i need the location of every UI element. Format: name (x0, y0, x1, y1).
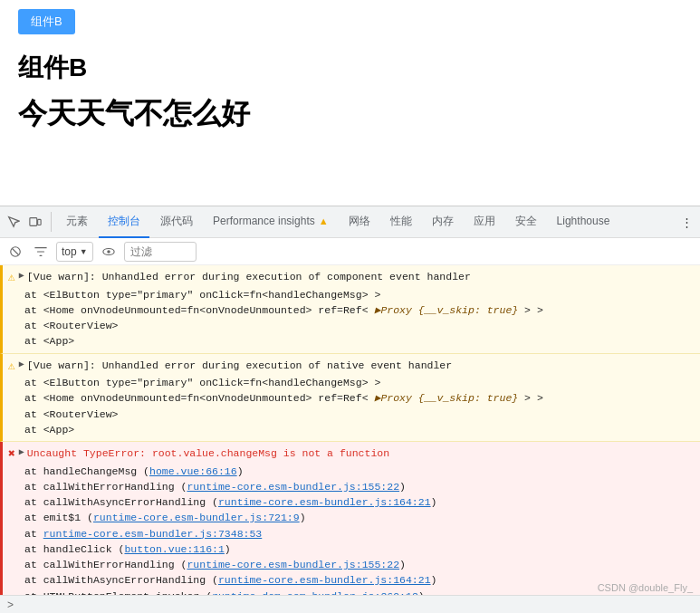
error-link-8[interactable]: runtime-core.esm-bundler.js:164:21 (218, 574, 431, 586)
warn-detail-2-3: at <RouterView> (8, 407, 695, 422)
error-detail-3: at callWithAsyncErrorHandling (runtime-c… (8, 494, 695, 510)
tab-perf-label: 性能 (390, 214, 412, 229)
tab-console[interactable]: 控制台 (99, 206, 149, 238)
tab-security[interactable]: 安全 (506, 206, 546, 238)
error-icon-1: ✖ (8, 445, 15, 464)
tab-perf[interactable]: 性能 (381, 206, 421, 238)
warning-message-1: ⚠ ▶ [Vue warn]: Unhandled error during e… (0, 265, 700, 354)
error-detail-1: at handleChangeMsg (home.vue:66:16) (8, 464, 695, 479)
warning-triangle-icon: ▲ (319, 216, 329, 226)
error-text-1: Uncaught TypeError: root.value.changeMsg… (27, 445, 389, 461)
warn-icon-2: ⚠ (8, 358, 15, 376)
dropdown-arrow-icon: ▼ (80, 247, 88, 256)
console-prompt: > (7, 599, 14, 611)
tab-lighthouse[interactable]: Lighthouse (548, 206, 619, 238)
warning-message-2: ⚠ ▶ [Vue warn]: Unhandled error during e… (0, 354, 700, 443)
tab-console-label: 控制台 (108, 214, 140, 229)
tab-application[interactable]: 应用 (465, 206, 504, 238)
warn-detail-2-4: at <App> (8, 422, 695, 437)
devtools-tabs-bar: 元素 控制台 源代码 Performance insights ▲ 网络 性能 … (0, 206, 700, 238)
csdn-watermark: CSDN @double_Fly_ (598, 582, 693, 593)
warn-detail-1-4: at <App> (8, 333, 695, 349)
error-link-7[interactable]: runtime-core.esm-bundler.js:155:22 (187, 559, 399, 570)
console-footer: > (0, 595, 700, 613)
tab-performance-insights[interactable]: Performance insights ▲ (204, 206, 338, 238)
page-title: 组件B (18, 51, 682, 85)
tab-lighthouse-label: Lighthouse (557, 215, 610, 227)
svg-rect-0 (30, 218, 37, 226)
filter-input[interactable] (124, 242, 197, 262)
warn-detail-2-1: at <ElButton type="primary" onClick=fn<h… (8, 375, 695, 390)
clear-console-icon[interactable] (5, 242, 25, 262)
warn-text-1: [Vue warn]: Unhandled error during execu… (27, 269, 471, 284)
tab-security-label: 安全 (515, 214, 537, 229)
log-level-select[interactable]: top ▼ (56, 242, 93, 262)
warn-detail-1-2: at <Home onVnodeUnmounted=fn<onVnodeUnmo… (8, 302, 695, 318)
inspect-icon[interactable] (4, 212, 24, 232)
warn-detail-2-2: at <Home onVnodeUnmounted=fn<onVnodeUnmo… (8, 390, 695, 406)
console-toolbar: top ▼ (0, 238, 700, 265)
devtools-left-icons (4, 212, 52, 232)
error-detail-7: at callWithErrorHandling (runtime-core.e… (8, 557, 695, 572)
tab-memory-label: 内存 (432, 214, 454, 229)
error-detail-6: at handleClick (button.vue:116:1) (8, 541, 695, 557)
warn-detail-1-3: at <RouterView> (8, 318, 695, 333)
svg-point-5 (107, 250, 110, 254)
expand-tri-err: ▶ (19, 445, 24, 459)
error-link-1[interactable]: home.vue:66:16 (149, 465, 237, 477)
tab-network[interactable]: 网络 (340, 206, 379, 238)
tab-elements-label: 元素 (66, 214, 88, 229)
console-area[interactable]: ⚠ ▶ [Vue warn]: Unhandled error during e… (0, 265, 700, 613)
tab-network-label: 网络 (349, 214, 370, 229)
filter-icon[interactable] (31, 242, 51, 262)
expand-tri-2: ▶ (19, 358, 24, 371)
error-link-3[interactable]: runtime-core.esm-bundler.js:164:21 (218, 496, 431, 508)
svg-rect-1 (38, 219, 42, 225)
tab-memory[interactable]: 内存 (423, 206, 463, 238)
error-link-5[interactable]: runtime-core.esm-bundler.js:7348:53 (43, 528, 263, 540)
tab-application-label: 应用 (474, 214, 495, 229)
warn-icon-1: ⚠ (8, 269, 15, 287)
tab-sources[interactable]: 源代码 (151, 206, 202, 238)
error-detail-8: at callWithAsyncErrorHandling (runtime-c… (8, 572, 695, 588)
devtools-panel: 元素 控制台 源代码 Performance insights ▲ 网络 性能 … (0, 206, 700, 613)
error-link-6[interactable]: button.vue:116:1 (124, 543, 224, 555)
page-content: 组件B 组件B 今天天气不怎么好 (0, 0, 700, 208)
tab-performance-insights-label: Performance insights (213, 215, 315, 227)
error-detail-4: at emit$1 (runtime-core.esm-bundler.js:7… (8, 510, 695, 525)
tab-elements[interactable]: 元素 (57, 206, 97, 238)
error-message-1: ✖ ▶ Uncaught TypeError: root.value.chang… (0, 442, 700, 608)
error-detail-5: at runtime-core.esm-bundler.js:7348:53 (8, 526, 695, 541)
eye-icon[interactable] (99, 242, 119, 262)
tab-sources-label: 源代码 (160, 214, 193, 229)
component-b-button[interactable]: 组件B (18, 9, 75, 34)
error-link-2[interactable]: runtime-core.esm-bundler.js:155:22 (187, 481, 399, 493)
more-tabs-icon[interactable]: ⋮ (676, 212, 696, 232)
log-level-value: top (62, 245, 77, 258)
error-link-4[interactable]: runtime-core.esm-bundler.js:721:9 (93, 512, 300, 523)
warn-detail-1-1: at <ElButton type="primary" onClick=fn<h… (8, 287, 695, 302)
expand-tri-1: ▶ (19, 269, 24, 283)
error-detail-2: at callWithErrorHandling (runtime-core.e… (8, 479, 695, 494)
device-toolbar-icon[interactable] (25, 212, 45, 232)
page-subtitle: 今天天气不怎么好 (18, 94, 682, 134)
warn-text-2: [Vue warn]: Unhandled error during execu… (27, 358, 452, 373)
svg-line-3 (13, 248, 19, 254)
